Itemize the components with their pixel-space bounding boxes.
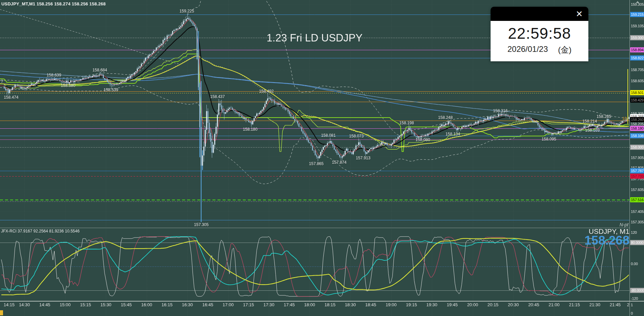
indicator-axis-badge: -80.0000 bbox=[630, 288, 644, 293]
time-axis-label: 14:30 bbox=[19, 302, 30, 307]
close-icon[interactable]: ✕ bbox=[574, 9, 584, 19]
clock-time: 22:59:58 bbox=[491, 23, 588, 44]
price-axis-label: 158.705 bbox=[631, 68, 644, 72]
indicator-readout: JFX-RCI 37.9167 92.2564 81.9236 10.5546 bbox=[1, 229, 80, 233]
chart-price-annotation: 158.265 bbox=[596, 114, 611, 119]
price-axis-badge: 158.501 bbox=[630, 90, 644, 95]
mt4-chart-window: USDJPY_MT,M1 158.256 158.274 158.256 158… bbox=[0, 0, 644, 316]
clock-widget[interactable]: ✕ 22:59:58 2026/01/23 (金) bbox=[491, 7, 588, 61]
price-axis-badge: 158.894 bbox=[630, 48, 644, 53]
time-axis-separator bbox=[0, 301, 644, 302]
price-axis-badge: 158.822 bbox=[630, 56, 644, 61]
chart-price-annotation: 157.913 bbox=[356, 156, 370, 160]
indicator-axis-label: 0.00 bbox=[631, 262, 638, 266]
indicator-axis-label: 0 bbox=[631, 311, 633, 315]
time-axis-label: 21:15 bbox=[569, 302, 580, 307]
price-axis-badge: 159.000 bbox=[630, 35, 644, 40]
time-axis-label: 19:00 bbox=[386, 302, 397, 307]
watermark-label: N-pt bbox=[620, 222, 628, 227]
clock-widget-header[interactable]: ✕ bbox=[491, 7, 588, 21]
price-axis-badge: 158.108 bbox=[630, 133, 644, 138]
chart-price-annotation: 158.095 bbox=[541, 137, 556, 141]
time-axis-label: 18:15 bbox=[324, 302, 335, 307]
indicator-axis-badge: 80.0000 bbox=[630, 240, 644, 245]
clock-weekday: (金) bbox=[558, 44, 572, 55]
time-axis-label: 20:15 bbox=[488, 302, 499, 307]
chart-price-annotation: 158.169 bbox=[585, 128, 599, 133]
price-axis-label: 157.605 bbox=[631, 188, 644, 192]
chart-price-annotation: 157.865 bbox=[309, 161, 323, 166]
time-axis-label: 19:45 bbox=[447, 302, 458, 307]
time-axis-label: 20:45 bbox=[528, 302, 539, 307]
time-axis-label: 17:00 bbox=[223, 302, 234, 307]
chart-price-annotation: 158.180 bbox=[243, 127, 257, 132]
time-axis-label: 21:45 bbox=[610, 302, 621, 307]
scroll-position-marker[interactable] bbox=[0, 310, 3, 315]
time-axis-label: 19:30 bbox=[427, 302, 438, 307]
time-axis-label: 21:30 bbox=[589, 302, 601, 307]
indicator-axis-label: 120 bbox=[631, 230, 637, 234]
current-price-label: 158.268 bbox=[584, 234, 630, 247]
chart-price-annotation: 158.492 bbox=[259, 89, 273, 94]
price-axis-label: 158.605 bbox=[631, 79, 644, 83]
clock-date: 2026/01/23 (金) bbox=[491, 44, 588, 55]
time-axis-label: 2 bbox=[627, 302, 629, 307]
time-axis-label: 18:30 bbox=[345, 302, 356, 307]
chart-price-annotation: 158.474 bbox=[4, 95, 18, 100]
time-axis-label: 17:15 bbox=[243, 302, 254, 307]
price-axis-badge: 159.215 bbox=[630, 12, 644, 17]
indicator-axis-label: -120 bbox=[631, 296, 638, 301]
time-axis-label: 21:00 bbox=[549, 302, 560, 307]
time-axis-label: 15:15 bbox=[80, 302, 91, 307]
chart-price-annotation: 7 bbox=[1, 79, 3, 84]
clock-widget-body: 22:59:58 2026/01/23 (金) bbox=[491, 21, 588, 61]
indicator-axis-label: 1 bbox=[631, 303, 633, 307]
price-axis-badge: 158.429 bbox=[630, 98, 644, 103]
price-axis-badge: 157.787 bbox=[630, 168, 644, 173]
chart-title-overlay: 1.23 Fri LD USDJPY bbox=[267, 32, 362, 44]
chart-price-annotation: 158.684 bbox=[92, 68, 107, 72]
time-axis-label: 17:30 bbox=[263, 302, 274, 307]
chart-price-annotation: 157.305 bbox=[194, 222, 208, 227]
time-axis-label: 14:15 bbox=[4, 302, 15, 307]
time-axis-label: 16:30 bbox=[182, 302, 193, 307]
time-axis-label: 20:30 bbox=[508, 302, 519, 307]
time-axis-label: 19:15 bbox=[406, 302, 417, 307]
price-axis-badge: 158.000 bbox=[630, 145, 644, 150]
time-axis-label: 15:00 bbox=[60, 302, 71, 307]
ohlc-readout: USDJPY_MT,M1 158.256 158.274 158.256 158… bbox=[1, 1, 106, 6]
chart-price-annotation: 158.248 bbox=[438, 115, 452, 120]
chart-price-annotation: 158.580 bbox=[61, 83, 75, 88]
time-axis-label: 14:45 bbox=[39, 302, 51, 307]
chart-price-annotation: 10 bbox=[622, 116, 626, 121]
time-axis-label: 20:00 bbox=[467, 302, 478, 307]
price-axis-label: 159.105 bbox=[631, 24, 644, 28]
chart-price-annotation: 158.539 bbox=[104, 88, 118, 92]
price-axis-badge: 158.260 bbox=[630, 117, 644, 122]
chart-price-annotation: 158.437 bbox=[210, 94, 225, 99]
time-axis-label: 16:45 bbox=[202, 302, 213, 307]
time-axis-label: 15:30 bbox=[100, 302, 112, 307]
panel-separator[interactable] bbox=[0, 228, 630, 228]
price-axis-label: 157.405 bbox=[631, 210, 644, 214]
chart-price-annotation: 159.225 bbox=[179, 9, 194, 13]
time-axis-label: 18:45 bbox=[365, 302, 376, 307]
price-axis-label: 157.305 bbox=[631, 220, 644, 224]
time-axis-label: 18:00 bbox=[304, 302, 315, 307]
price-axis-badge: 158.180 bbox=[630, 126, 644, 131]
time-axis-label: 16:15 bbox=[162, 302, 173, 307]
time-axis-label: 16:00 bbox=[141, 302, 152, 307]
price-axis-label: 159.305 bbox=[631, 2, 644, 6]
price-axis-separator bbox=[630, 0, 630, 316]
time-axis-label: 17:45 bbox=[284, 302, 295, 307]
chart-price-annotation: 158.134 bbox=[445, 132, 460, 136]
price-axis-badge: 157.516 bbox=[630, 197, 644, 202]
chart-price-annotation: 158.073 bbox=[349, 134, 363, 138]
time-axis-label: 15:45 bbox=[121, 302, 132, 307]
chart-price-annotation: 158.214 bbox=[582, 119, 597, 124]
chart-price-annotation: 158.080 bbox=[415, 137, 430, 142]
chart-price-annotation: 158.316 bbox=[493, 108, 507, 113]
chart-price-annotation: 158.081 bbox=[321, 133, 335, 138]
clock-date-value: 2026/01/23 bbox=[507, 44, 548, 55]
price-axis-label: 158.205 bbox=[631, 122, 644, 126]
